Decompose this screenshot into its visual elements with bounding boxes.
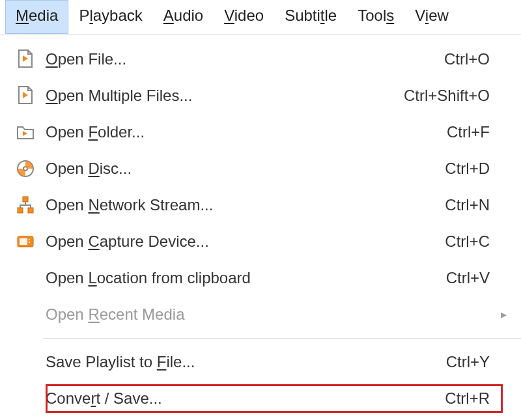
menubar-label-mnemonic: s (386, 7, 394, 24)
label-pre: Open (46, 123, 88, 141)
label-mnemonic: O (46, 50, 58, 68)
label-post: etwork Stream... (100, 196, 214, 214)
menu-item-open-recent-media: Open Recent Media▸ (0, 296, 521, 333)
label-pre: Save Playlist to (46, 353, 157, 371)
menubar-label-mnemonic: M (16, 7, 29, 24)
label-mnemonic: O (46, 87, 58, 104)
menubar-label-post: edia (29, 7, 58, 24)
menu-item-label: Open Location from clipboard (42, 269, 446, 287)
label-post: pen Multiple Files... (58, 87, 193, 104)
menubar-item-audio[interactable]: Audio (153, 0, 214, 34)
label-post: t / Save... (96, 389, 162, 407)
label-post: isc... (100, 160, 132, 177)
menubar-item-view[interactable]: View (404, 0, 459, 34)
menu-item-label: Open Multiple Files... (42, 87, 404, 105)
menu-item-open-multiple-files[interactable]: Open Multiple Files...Ctrl+Shift+O (0, 77, 521, 114)
menu-item-open-capture-device[interactable]: Open Capture Device...Ctrl+C (0, 223, 521, 260)
menubar-label-mnemonic: t (320, 7, 325, 24)
menu-item-label: Open Disc... (42, 160, 445, 178)
menu-item-shortcut: Ctrl+C (445, 232, 498, 251)
menu-item-open-disc[interactable]: Open Disc...Ctrl+D (0, 150, 521, 187)
disc-icon (9, 158, 42, 179)
menu-item-label: Convert / Save... (42, 389, 445, 408)
menu-item-label: Open Folder... (42, 123, 447, 141)
menu-item-shortcut: Ctrl+V (446, 269, 498, 287)
label-pre: Open (46, 160, 88, 177)
menubar-item-tools[interactable]: Tools (347, 0, 404, 34)
menubar-item-media[interactable]: Media (5, 0, 68, 34)
menu-item-save-playlist-to-file[interactable]: Save Playlist to File...Ctrl+Y (0, 344, 521, 380)
menubar-label-post: udio (174, 7, 203, 24)
menubar-label-pre: Tool (358, 7, 386, 24)
menu-item-label: Open File... (42, 50, 444, 68)
menu-item-shortcut: Ctrl+Shift+O (404, 87, 498, 105)
file-play-icon (9, 49, 42, 70)
folder-play-icon (9, 122, 42, 143)
menubar: MediaPlaybackAudioVideoSubtitleToolsView (0, 0, 521, 34)
submenu-arrow-icon: ▸ (498, 307, 509, 322)
label-mnemonic: D (88, 160, 99, 177)
menu-item-shortcut: Ctrl+O (444, 50, 498, 68)
menu-item-label: Save Playlist to File... (42, 353, 446, 371)
menu-separator (43, 338, 521, 339)
network-icon (9, 195, 42, 216)
label-post: apture Device... (100, 232, 209, 250)
menu-item-label: Open Capture Device... (42, 232, 445, 251)
label-pre: Conve (46, 389, 91, 407)
menubar-label-pre: P (79, 7, 89, 24)
menubar-label-post: ayback (93, 7, 143, 24)
menu-item-open-file[interactable]: Open File...Ctrl+O (0, 41, 521, 77)
label-post: ocation from clipboard (97, 269, 251, 287)
menu-item-label: Open Network Stream... (42, 196, 445, 214)
menu-item-shortcut: Ctrl+R (445, 389, 498, 408)
menu-item-open-network-stream[interactable]: Open Network Stream...Ctrl+N (0, 187, 521, 223)
menubar-item-video[interactable]: Video (214, 0, 274, 34)
label-pre: Open (46, 269, 88, 287)
label-mnemonic: C (88, 232, 99, 250)
label-pre: Open (46, 196, 88, 214)
label-post: pen File... (58, 50, 126, 68)
label-post: ecent Media (100, 305, 185, 323)
menubar-label-post: ew (429, 7, 449, 24)
label-mnemonic: F (157, 353, 167, 371)
label-mnemonic: R (88, 305, 99, 323)
menu-item-label: Open Recent Media (42, 305, 490, 324)
label-mnemonic: L (88, 269, 96, 287)
menu-item-shortcut: Ctrl+N (445, 196, 498, 214)
menubar-label-pre: V (415, 7, 425, 24)
capture-icon (9, 231, 42, 252)
label-mnemonic: N (88, 196, 99, 214)
label-post: older... (98, 123, 145, 141)
menu-item-shortcut: Ctrl+D (445, 160, 498, 178)
menubar-item-playback[interactable]: Playback (68, 0, 152, 34)
menu-item-shortcut: Ctrl+Y (446, 353, 498, 371)
label-pre: Open (46, 305, 88, 323)
menubar-label-pre: Subti (285, 7, 320, 24)
menubar-label-mnemonic: A (163, 7, 174, 24)
file-play-icon (9, 85, 42, 106)
menu-item-open-folder[interactable]: Open Folder...Ctrl+F (0, 114, 521, 150)
menubar-item-subtitle[interactable]: Subtitle (274, 0, 347, 34)
menubar-label-post: le (325, 7, 337, 24)
label-post: ile... (166, 353, 195, 371)
menu-item-open-location-from-clipboard[interactable]: Open Location from clipboardCtrl+V (0, 260, 521, 296)
label-pre: Open (46, 232, 88, 250)
menubar-label-mnemonic: V (224, 7, 234, 24)
menubar-label-post: ideo (234, 7, 264, 24)
menu-item-shortcut: Ctrl+F (447, 123, 498, 141)
label-mnemonic: F (88, 123, 98, 141)
menu-item-convert-save[interactable]: Convert / Save...Ctrl+R (0, 380, 521, 417)
media-menu-dropdown: Open File...Ctrl+OOpen Multiple Files...… (0, 34, 521, 417)
